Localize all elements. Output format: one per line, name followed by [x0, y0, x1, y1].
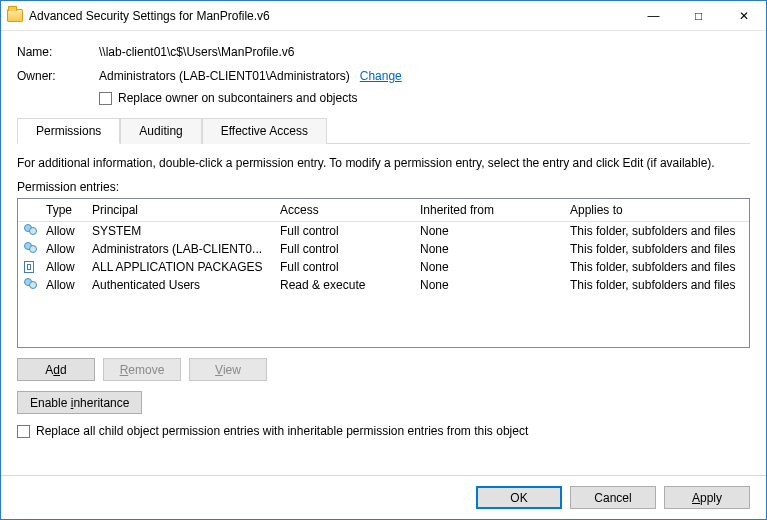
- titlebar: Advanced Security Settings for ManProfil…: [1, 1, 766, 31]
- close-icon: ✕: [739, 10, 749, 22]
- cell: None: [414, 223, 564, 239]
- cell: This folder, subfolders and files: [564, 241, 749, 257]
- cell: Allow: [40, 241, 86, 257]
- group-icon: [24, 242, 34, 256]
- window-title: Advanced Security Settings for ManProfil…: [29, 9, 270, 23]
- ok-button-label: OK: [510, 491, 527, 505]
- table-row[interactable]: AllowAuthenticated UsersRead & executeNo…: [18, 276, 749, 294]
- minimize-button[interactable]: ―: [631, 1, 676, 30]
- replace-owner-label: Replace owner on subcontainers and objec…: [118, 91, 357, 105]
- col-principal[interactable]: Principal: [86, 199, 274, 221]
- entries-label: Permission entries:: [17, 180, 750, 194]
- replace-all-label: Replace all child object permission entr…: [36, 424, 528, 438]
- cell: None: [414, 259, 564, 275]
- cell: Full control: [274, 259, 414, 275]
- apply-button-label: Apply: [692, 491, 722, 505]
- view-button[interactable]: View: [189, 358, 267, 381]
- table-row[interactable]: AllowAdministrators (LAB-CLIENT0...Full …: [18, 240, 749, 258]
- replace-owner-checkbox[interactable]: [99, 92, 112, 105]
- cancel-button-label: Cancel: [594, 491, 631, 505]
- view-button-label: View: [215, 363, 241, 377]
- cell: Allow: [40, 223, 86, 239]
- list-header: Type Principal Access Inherited from App…: [18, 199, 749, 222]
- minimize-icon: ―: [648, 10, 660, 22]
- cell: This folder, subfolders and files: [564, 277, 749, 293]
- add-button-label: Add: [45, 363, 66, 377]
- cell: Full control: [274, 223, 414, 239]
- cell: Administrators (LAB-CLIENT0...: [86, 241, 274, 257]
- col-inherited[interactable]: Inherited from: [414, 199, 564, 221]
- cell: This folder, subfolders and files: [564, 223, 749, 239]
- table-row[interactable]: AllowALL APPLICATION PACKAGESFull contro…: [18, 258, 749, 276]
- name-label: Name:: [17, 45, 99, 59]
- remove-button[interactable]: Remove: [103, 358, 181, 381]
- replace-all-row: Replace all child object permission entr…: [17, 424, 750, 438]
- cell: ALL APPLICATION PACKAGES: [86, 259, 274, 275]
- tab-effective-label: Effective Access: [221, 124, 308, 138]
- enable-inheritance-label: Enable inheritance: [30, 396, 129, 410]
- dialog-window: Advanced Security Settings for ManProfil…: [0, 0, 767, 520]
- group-icon: [24, 278, 34, 292]
- tabstrip: Permissions Auditing Effective Access: [17, 117, 750, 144]
- col-applies[interactable]: Applies to: [564, 199, 749, 221]
- tab-permissions[interactable]: Permissions: [17, 118, 120, 144]
- enable-inheritance-button[interactable]: Enable inheritance: [17, 391, 142, 414]
- folder-icon: [7, 9, 23, 22]
- owner-value: Administrators (LAB-CLIENT01\Administrat…: [99, 69, 350, 83]
- tab-auditing-label: Auditing: [139, 124, 182, 138]
- cell: This folder, subfolders and files: [564, 259, 749, 275]
- col-access[interactable]: Access: [274, 199, 414, 221]
- package-icon: [24, 261, 34, 273]
- cancel-button[interactable]: Cancel: [570, 486, 656, 509]
- remove-button-label: Remove: [120, 363, 165, 377]
- info-text: For additional information, double-click…: [17, 156, 750, 170]
- maximize-icon: □: [695, 10, 702, 22]
- table-row[interactable]: AllowSYSTEMFull controlNoneThis folder, …: [18, 222, 749, 240]
- change-owner-link[interactable]: Change: [360, 69, 402, 83]
- dialog-footer: OK Cancel Apply: [1, 475, 766, 519]
- cell: Allow: [40, 259, 86, 275]
- replace-all-checkbox[interactable]: [17, 425, 30, 438]
- tab-auditing[interactable]: Auditing: [120, 118, 201, 144]
- apply-button[interactable]: Apply: [664, 486, 750, 509]
- cell: Read & execute: [274, 277, 414, 293]
- name-row: Name: \\lab-client01\c$\Users\ManProfile…: [17, 45, 750, 59]
- group-icon: [24, 224, 34, 238]
- permissions-panel: For additional information, double-click…: [17, 144, 750, 465]
- permission-entries-list[interactable]: Type Principal Access Inherited from App…: [17, 198, 750, 348]
- tab-permissions-label: Permissions: [36, 124, 101, 138]
- add-button[interactable]: Add: [17, 358, 95, 381]
- cell: SYSTEM: [86, 223, 274, 239]
- name-value: \\lab-client01\c$\Users\ManProfile.v6: [99, 45, 294, 59]
- col-type[interactable]: Type: [40, 199, 86, 221]
- close-button[interactable]: ✕: [721, 1, 766, 30]
- cell: Authenticated Users: [86, 277, 274, 293]
- owner-label: Owner:: [17, 69, 99, 83]
- cell: Allow: [40, 277, 86, 293]
- owner-row: Owner: Administrators (LAB-CLIENT01\Admi…: [17, 69, 750, 83]
- ok-button[interactable]: OK: [476, 486, 562, 509]
- cell: None: [414, 241, 564, 257]
- tab-effective-access[interactable]: Effective Access: [202, 118, 327, 144]
- cell: Full control: [274, 241, 414, 257]
- cell: None: [414, 277, 564, 293]
- maximize-button[interactable]: □: [676, 1, 721, 30]
- replace-owner-row: Replace owner on subcontainers and objec…: [99, 91, 750, 105]
